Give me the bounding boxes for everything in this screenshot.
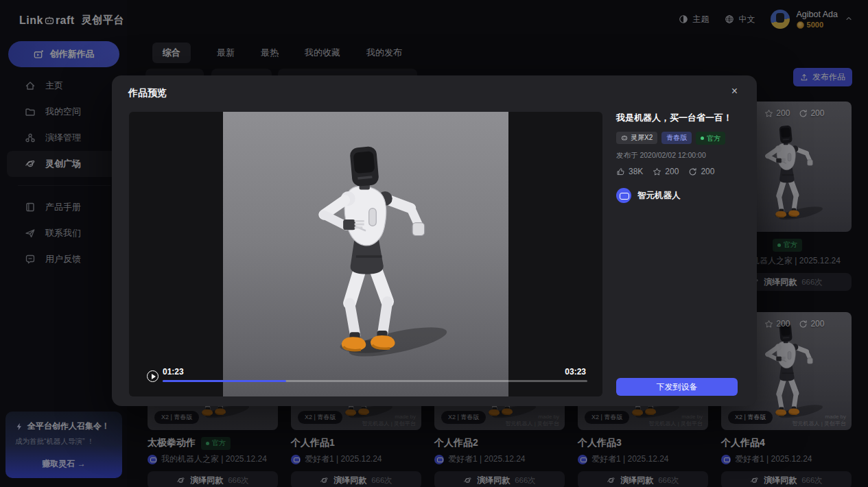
total-duration: 03:23 bbox=[565, 367, 586, 377]
robot-face-icon bbox=[621, 134, 628, 141]
video-frame bbox=[223, 112, 508, 396]
author-name: 智元机器人 bbox=[637, 190, 681, 202]
thumbs-up-icon bbox=[616, 167, 625, 176]
stars-count: 200 bbox=[665, 167, 679, 176]
seek-fill bbox=[163, 380, 286, 382]
official-dot bbox=[701, 136, 704, 140]
share-icon bbox=[688, 167, 697, 176]
work-title: 我是机器人，买一台省一百！ bbox=[616, 112, 740, 124]
model-tag-label: 灵犀X2 bbox=[631, 133, 653, 143]
author-row[interactable]: 智元机器人 bbox=[616, 188, 740, 203]
official-tag: 官方 bbox=[696, 132, 725, 145]
seek-bar[interactable] bbox=[163, 380, 587, 382]
shares-stat[interactable]: 200 bbox=[688, 167, 714, 176]
publish-date: 发布于 2020/02/02 12:00:00 bbox=[616, 151, 740, 161]
close-icon[interactable]: × bbox=[731, 85, 738, 97]
star-icon bbox=[653, 167, 661, 176]
robot-render bbox=[263, 136, 469, 377]
current-time: 01:23 bbox=[163, 367, 184, 377]
model-tag: 灵犀X2 bbox=[616, 132, 657, 144]
work-info-panel: 我是机器人，买一台省一百！ 灵犀X2 青春版 官方 发布于 2020/02/02… bbox=[616, 112, 740, 203]
shares-count: 200 bbox=[701, 167, 714, 176]
video-player[interactable]: 01:23 03:23 bbox=[129, 112, 602, 396]
likes-stat[interactable]: 38K bbox=[616, 167, 643, 176]
stars-stat[interactable]: 200 bbox=[653, 167, 679, 176]
send-to-device-button[interactable]: 下发到设备 bbox=[616, 378, 738, 396]
work-tags: 灵犀X2 青春版 官方 bbox=[616, 132, 740, 145]
work-stats: 38K 200 200 bbox=[616, 167, 740, 176]
work-preview-modal: 作品预览 × 01:23 03:23 我是机器人，买一台省一百！ 灵犀X2 青春… bbox=[112, 75, 757, 406]
official-tag-label: 官方 bbox=[707, 134, 720, 143]
modal-title: 作品预览 bbox=[128, 87, 167, 99]
author-avatar bbox=[616, 188, 631, 203]
app-window: Linkraft 灵创平台 创作新作品 主页 我的空间 演绎管理 灵创广场 产品… bbox=[0, 0, 868, 487]
play-button[interactable] bbox=[147, 370, 159, 382]
edition-tag: 青春版 bbox=[661, 132, 692, 144]
likes-count: 38K bbox=[629, 167, 643, 176]
